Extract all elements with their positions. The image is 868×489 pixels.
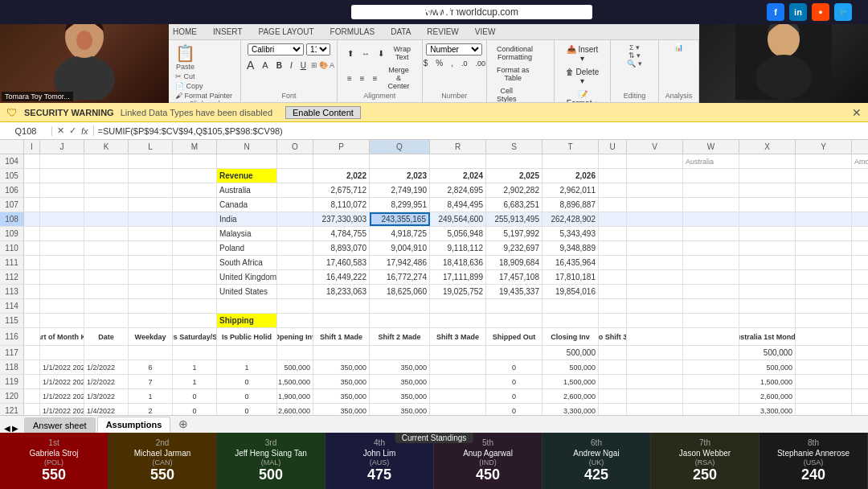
col-header-y[interactable]: Y [796,140,852,154]
sheet-tabs: ◀ ▶ Answer sheet Assumptions ⊕ [0,415,868,433]
col-header-t[interactable]: T [542,140,599,154]
comma-format-button[interactable]: , [448,57,457,69]
column-header-row: I J K L M N O P Q R S T U V W X Y Z [0,140,868,154]
col-header-n[interactable]: N [217,140,277,154]
video-left-label: Tomara Toy Tomor... [2,92,73,101]
font-grow-button[interactable]: A [244,57,257,73]
col-header-l[interactable]: L [129,140,173,154]
col-header-r[interactable]: R [430,140,486,154]
align-middle-button[interactable]: ↔ [358,43,373,63]
underline-button[interactable]: U [297,60,309,72]
table-row: 110 Poland 8,893,070 9,004,910 9,118,112… [0,241,868,256]
align-right-button[interactable]: ≡ [370,64,381,92]
table-row: 111 South Africa 17,460,583 17,942,486 1… [0,256,868,270]
font-size-select[interactable]: 11 [306,43,330,55]
ribbon: HOME INSERT PAGE LAYOUT FORMULAS DATA RE… [169,24,699,103]
url-bar[interactable]: www.fmworldcup.com [351,5,592,19]
enable-content-button[interactable]: Enable Content [285,106,361,119]
dollar-format-button[interactable]: $ [420,57,432,69]
tab-page-layout[interactable]: PAGE LAYOUT [259,27,314,36]
standing-item-3: 3rd Jeff Heng Siang Tan (MAL) 500 [217,433,326,489]
tab-insert[interactable]: INSERT [213,27,243,36]
ribbon-group-clipboard: 📋 Paste ✂ Cut 📄 Copy 🖌 Format Painter Cl… [169,40,241,103]
align-bottom-button[interactable]: ⬇ [375,43,387,63]
standings-title: Current Standings [395,433,473,443]
standings-bar: Current Standings 1st Gabriela Stroj (PO… [0,433,868,489]
standing-item-7: 7th Jason Webber (RSA) 250 [651,433,760,489]
twitter-icon[interactable]: 🐦 [834,3,852,21]
align-left-button[interactable]: ≡ [344,64,355,92]
formula-cancel-icon[interactable]: ✕ [55,125,66,136]
standing-item-2: 2nd Michael Jarman (CAN) 550 [108,433,217,489]
cell-styles-button[interactable]: CellStyles [493,85,520,103]
formula-confirm-icon[interactable]: ✓ [68,125,78,136]
bold-button[interactable]: B [273,60,285,72]
decrease-decimal-button[interactable]: .00 [472,57,489,69]
wrap-text-button[interactable]: Wrap Text [389,43,416,63]
formula-controls: ✕ ✓ fx [52,125,94,136]
col-header-x[interactable]: X [739,140,796,154]
formula-content[interactable]: =SUMIF($P$94:$CV$94,Q$105,$P$98:$CV98) [94,126,868,136]
format-button[interactable]: 📝 Format ▾ [561,88,604,103]
font-family-select[interactable]: Calibri [248,43,304,55]
delete-button[interactable]: 🗑 Delete ▾ [561,66,604,87]
linkedin-icon[interactable]: in [789,3,807,21]
sigma-icon: Σ ▾ [629,43,640,51]
reddit-icon[interactable]: ● [812,3,829,21]
cell-reference[interactable]: Q108 [0,126,52,136]
col-header-z[interactable]: Z [852,140,868,154]
facebook-icon[interactable]: f [767,3,784,21]
align-center-button[interactable]: ≡ [357,64,368,92]
tab-formulas[interactable]: FORMULAS [330,27,375,36]
col-header-s[interactable]: S [486,140,542,154]
increase-decimal-button[interactable]: .0 [458,57,471,69]
analysis-label: Analysis [665,92,693,100]
next-sheet-button[interactable]: ▶ [12,424,18,433]
editing-label: Editing [624,92,646,100]
ribbon-group-number: Number $ % , .0 .00 Number [423,40,487,103]
ribbon-tabs[interactable]: HOME INSERT PAGE LAYOUT FORMULAS DATA RE… [169,24,699,40]
number-label: Number [441,92,467,100]
col-header-j[interactable]: J [40,140,84,154]
format-as-table-button[interactable]: Format asTable [493,64,533,84]
align-top-button[interactable]: ⬆ [344,43,357,63]
standing-item-1: 1st Gabriela Stroj (POL) 550 [0,433,108,489]
col-header-q[interactable]: Q [370,140,430,154]
table-row: 112 United Kingdom 16,449,222 16,772,274… [0,270,868,285]
security-close-button[interactable]: ✕ [852,106,862,119]
prev-sheet-button[interactable]: ◀ [4,424,10,433]
font-shrink-button[interactable]: A [259,59,271,72]
col-header-o[interactable]: O [277,140,313,154]
sheet-tab-answer[interactable]: Answer sheet [24,417,96,433]
social-icons: f in ● 🐦 [767,3,852,21]
merge-center-button[interactable]: Merge & Center [382,64,415,92]
table-row: 108 India 237,330,903 243,355,165 249,56… [0,212,868,227]
tab-data[interactable]: DATA [391,27,411,36]
number-format-select[interactable]: Number [426,43,482,55]
italic-button[interactable]: I [287,60,296,72]
col-header-u[interactable]: U [599,140,627,154]
timer-display: 08:00 [411,2,457,23]
ribbon-group-styles: ConditionalFormatting Format asTable Cel… [487,40,555,103]
ribbon-group-alignment: ⬆ ↔ ⬇ Wrap Text ≡ ≡ ≡ Merge & Center Ali… [338,40,423,103]
col-header-p[interactable]: P [313,140,370,154]
tab-view[interactable]: VIEW [475,27,496,36]
tab-home[interactable]: HOME [173,27,197,36]
tab-review[interactable]: REVIEW [427,27,458,36]
percent-format-button[interactable]: % [432,57,446,69]
alignment-label: Alignment [363,92,395,100]
add-sheet-button[interactable]: ⊕ [172,415,194,433]
formula-insert-function-icon[interactable]: fx [80,126,90,136]
col-header-k[interactable]: K [84,140,129,154]
table-row: 115 Shipping [0,314,868,328]
sheet-tab-assumptions[interactable]: Assumptions [97,417,171,433]
insert-button[interactable]: 📥 Insert ▾ [561,43,604,64]
col-header-m[interactable]: M [173,140,217,154]
cut-copy-format[interactable]: ✂ Cut 📄 Copy 🖌 Format Painter [175,72,232,100]
conditional-formatting-button[interactable]: ConditionalFormatting [493,43,536,63]
paste-button[interactable]: 📋 Paste [175,43,195,71]
table-row: 119 1/1/2022 202201 1/2/2022 7 1 0 1,500… [0,375,868,389]
col-header-w[interactable]: W [683,140,739,154]
col-header-i[interactable]: I [24,140,40,154]
col-header-v[interactable]: V [627,140,683,154]
